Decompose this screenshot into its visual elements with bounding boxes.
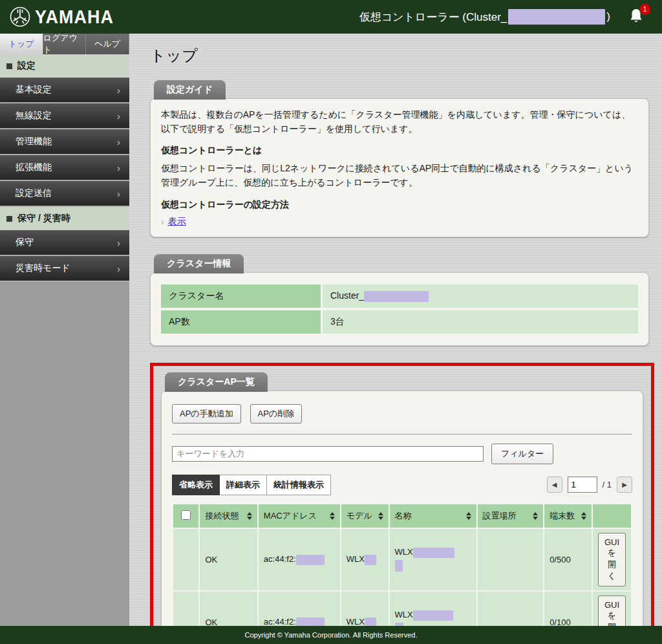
sidebar-section-settings-label: 設定 xyxy=(17,60,36,72)
sidebar-tab-top-label: トップ xyxy=(8,38,34,50)
ap-table: 接続状態 MACアドレス モデル 名称 設置場所 端末数 OK xyxy=(172,503,632,626)
divider xyxy=(172,434,632,435)
sidebar-tab-logout[interactable]: ログアウト xyxy=(43,34,87,54)
prev-page-button[interactable]: ◀ xyxy=(547,477,562,493)
ap-action-cell: GUIを開く xyxy=(593,529,631,590)
name-redaction xyxy=(413,610,453,621)
sidebar-tabs: トップ ログアウト ヘルプ xyxy=(0,34,129,54)
sidebar-item-management[interactable]: 管理機能› xyxy=(0,129,129,155)
col-devices-label: 端末数 xyxy=(550,511,575,521)
ap-location xyxy=(478,592,544,626)
cluster-ap-list-box: APの手動追加 APの削除 フィルター 省略表示 詳細表示 統計情報表示 xyxy=(161,391,643,626)
ap-mac: ac:44:f2: xyxy=(259,592,340,626)
delete-ap-button[interactable]: APの削除 xyxy=(250,404,303,424)
app-header: YAMAHA 仮想コントローラー (Cluster_ ) 1 xyxy=(0,0,662,34)
ap-name-text: WLX xyxy=(395,547,413,557)
sidebar-item-label: 設定送信 xyxy=(16,188,52,199)
ap-model: WLX xyxy=(341,529,389,590)
view-tab-summary[interactable]: 省略表示 xyxy=(172,475,220,495)
yamaha-tuning-fork-icon xyxy=(9,6,31,28)
cluster-ap-list-module: クラスターAP一覧 APの手動追加 APの削除 フィルター 省略表示 xyxy=(161,372,643,626)
notification-bell[interactable]: 1 xyxy=(628,8,644,27)
ap-row-2: OK ac:44:f2: WLX WLX 0/100 GUIを開く xyxy=(173,592,631,626)
sort-icon[interactable] xyxy=(378,512,383,520)
sidebar-item-wireless-settings[interactable]: 無線設定› xyxy=(0,103,129,129)
sidebar-item-disaster-mode[interactable]: 災害時モード› xyxy=(0,256,129,282)
notification-badge: 1 xyxy=(639,4,650,15)
name-redaction xyxy=(395,560,403,572)
sort-icon[interactable] xyxy=(581,512,586,520)
col-action xyxy=(593,504,631,528)
view-tab-detail[interactable]: 詳細表示 xyxy=(220,475,267,495)
cluster-name-redaction xyxy=(508,9,605,25)
guide-heading-2: 仮想コントローラーの設定方法 xyxy=(161,199,638,211)
sidebar-item-label: 基本設定 xyxy=(16,84,52,96)
mac-redaction xyxy=(296,617,325,626)
sort-icon[interactable] xyxy=(247,512,252,520)
view-tab-statistics[interactable]: 統計情報表示 xyxy=(267,475,331,495)
sidebar-item-basic-settings[interactable]: 基本設定› xyxy=(0,78,129,103)
cluster-info-module: クラスター情報 クラスター名 Cluster_ AP数 3台 xyxy=(150,254,649,346)
ap-mac: ac:44:f2: xyxy=(259,529,340,590)
chevron-right-icon: › xyxy=(117,263,120,274)
chevron-right-icon: › xyxy=(117,136,120,147)
chevron-right-icon: › xyxy=(161,217,164,227)
copyright-text: Copyright © Yamaha Corporation. All Righ… xyxy=(245,631,418,639)
guide-paragraph-2: 仮想コントローラーは、同じL2ネットワークに接続されているAP同士で自動的に構成… xyxy=(161,162,638,189)
sort-icon[interactable] xyxy=(466,512,471,520)
add-ap-button[interactable]: APの手動追加 xyxy=(172,404,241,424)
ap-name-text: WLX xyxy=(395,610,413,619)
chevron-right-icon: › xyxy=(117,85,120,96)
mac-redaction xyxy=(296,555,325,565)
brand-name: YAMAHA xyxy=(35,6,114,27)
ap-row-checkbox-cell xyxy=(173,592,198,626)
ap-status: OK xyxy=(200,529,257,590)
col-name-label: 名称 xyxy=(395,511,412,521)
sort-icon[interactable] xyxy=(330,512,335,520)
controller-title: 仮想コントローラー (Cluster_ ) xyxy=(359,9,610,25)
open-gui-button[interactable]: GUIを開く xyxy=(598,596,626,626)
ap-location xyxy=(478,529,544,590)
select-all-checkbox[interactable] xyxy=(181,510,191,520)
model-redaction xyxy=(365,555,376,565)
sidebar-item-maintenance[interactable]: 保守› xyxy=(0,230,129,256)
cluster-name-label: クラスター名 xyxy=(161,284,323,308)
table-row: AP数 3台 xyxy=(161,310,638,334)
ap-action-cell: GUIを開く xyxy=(593,592,631,626)
sidebar-item-label: 保守 xyxy=(16,237,34,248)
sidebar-tab-help[interactable]: ヘルプ xyxy=(86,34,129,54)
ap-mac-text: ac:44:f2: xyxy=(264,554,296,564)
cluster-name-value: Cluster_ xyxy=(323,284,638,308)
ap-mac-text: ac:44:f2: xyxy=(264,617,296,626)
controller-title-text: 仮想コントローラー (Cluster_ xyxy=(359,10,507,25)
pagination: ◀ / 1 ▶ xyxy=(547,477,632,493)
next-page-button[interactable]: ▶ xyxy=(617,477,632,493)
sidebar-item-send-config[interactable]: 設定送信› xyxy=(0,181,129,207)
guide-heading-1: 仮想コントローラーとは xyxy=(161,145,638,156)
col-mac: MACアドレス xyxy=(259,504,340,528)
setup-guide-module: 設定ガイド 本製品は、複数台のAPを一括管理するために「クラスター管理機能」を内… xyxy=(150,80,649,237)
sidebar-tab-top[interactable]: トップ xyxy=(0,34,43,54)
sidebar-item-label: 無線設定 xyxy=(16,110,52,122)
footer: Copyright © Yamaha Corporation. All Righ… xyxy=(0,626,662,644)
sidebar-filler xyxy=(0,282,129,626)
ap-model: WLX xyxy=(341,592,389,626)
keyword-filter-input[interactable] xyxy=(172,446,484,462)
open-gui-button[interactable]: GUIを開く xyxy=(598,533,626,586)
ap-count-value: 3台 xyxy=(323,310,638,334)
ap-devices: 0/100 xyxy=(544,592,592,626)
show-link[interactable]: 表示 xyxy=(168,216,186,228)
setup-guide-tab: 設定ガイド xyxy=(154,80,226,100)
name-redaction xyxy=(395,623,403,626)
cluster-info-box: クラスター名 Cluster_ AP数 3台 xyxy=(150,272,649,346)
cluster-info-tab: クラスター情報 xyxy=(154,254,244,274)
cluster-name-redaction xyxy=(364,291,429,302)
sidebar-item-extended[interactable]: 拡張機能› xyxy=(0,155,129,181)
page-number-input[interactable] xyxy=(568,477,597,493)
main-content: トップ 設定ガイド 本製品は、複数台のAPを一括管理するために「クラスター管理機… xyxy=(129,34,662,626)
cluster-info-table: クラスター名 Cluster_ AP数 3台 xyxy=(161,282,638,336)
sidebar-item-label: 管理機能 xyxy=(16,136,52,147)
col-status: 接続状態 xyxy=(200,504,257,528)
sort-icon[interactable] xyxy=(533,512,538,520)
filter-button[interactable]: フィルター xyxy=(491,444,553,464)
